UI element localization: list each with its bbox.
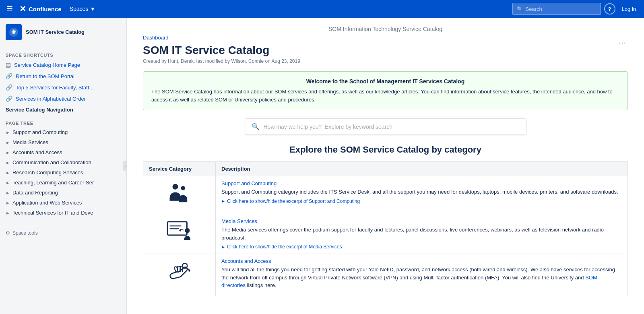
tree-item-support[interactable]: ► Support and Computing [0,127,126,137]
svg-marker-10 [179,229,181,231]
sidebar-resizer[interactable]: « [123,161,127,171]
category-icon-cell-accounts [143,254,216,296]
tree-item-data[interactable]: ► Data and Reporting [0,188,126,198]
chevron-icon-4: ► [6,160,10,165]
nav-active-label: Service Catalog Navigation [0,104,126,115]
spaces-menu[interactable]: Spaces ▼ [66,4,99,14]
catalog-search-input[interactable] [264,124,520,130]
tree-item-label: Support and Computing [12,129,68,135]
space-title-header: SOM Information Technology Service Catal… [143,26,628,32]
catalog-table: Service Category Description [143,161,628,296]
page-header-row: Dashboard SOM IT Service Catalog Created… [143,35,628,71]
support-link[interactable]: Support and Computing [221,180,622,186]
tree-item-label: Data and Reporting [12,190,58,196]
tree-item-label: Communication and Collaboration [12,159,91,165]
category-desc-cell-media: Media Services The Media services offeri… [216,214,628,254]
more-actions-button[interactable]: … [617,35,628,47]
support-icon [165,180,194,209]
page-meta: Created by Hunt, Derek, last modified by… [143,58,300,64]
tree-item-app[interactable]: ► Application and Web Services [0,198,126,208]
support-show-hide[interactable]: ► Click here to show/hide the excerpt of… [221,198,622,204]
spaces-chevron-icon: ▼ [90,6,95,12]
category-icon-cell-media [143,214,216,254]
search-input[interactable] [526,6,597,12]
tree-item-teaching[interactable]: ► Teaching, Learning and Career Ser [0,178,126,188]
login-label: Log in [622,6,636,12]
help-button[interactable]: ? [604,3,615,14]
sidebar-link-label: Return to the SOM Portal [16,73,74,79]
chevron-right-icon: ► [221,199,225,203]
tree-item-label: Accounts and Access [12,149,62,155]
tree-item-label: Application and Web Services [12,200,82,206]
sidebar: ⚜ SOM IT Service Catalog SPACE SHORTCUTS… [0,18,127,314]
show-hide-label-2: Click here to show/hide the excerpt of M… [227,244,342,250]
confluence-logo[interactable]: ✕ Confluence [19,4,62,14]
support-desc: Support and Computing category includes … [221,188,622,196]
chevron-icon-3: ► [6,150,10,155]
accounts-icon [165,258,194,286]
chevron-icon: ► [6,130,10,135]
explore-title: Explore the SOM Service Catalog by categ… [143,145,628,155]
category-desc-cell-support: Support and Computing Support and Comput… [216,176,628,214]
show-hide-label: Click here to show/hide the excerpt of S… [227,198,360,204]
media-icon [165,218,194,246]
svg-point-2 [172,184,178,190]
catalog-search-icon: 🔍 [252,123,260,130]
sidebar-link-label: Service Catalog Home Page [14,62,80,68]
global-search[interactable]: 🔍 [512,3,601,15]
space-tools[interactable]: ⚙ Space tools [0,226,126,240]
sidebar-item-top5[interactable]: 🔗 Top 5 Services for Faculty, Staff... [0,82,126,93]
tree-item-label: Technical Services for IT and Deve [12,210,93,216]
welcome-box: Welcome to the School of Management IT S… [143,71,628,110]
media-show-hide[interactable]: ► Click here to show/hide the excerpt of… [221,244,622,250]
svg-line-9 [181,229,184,230]
sidebar-item-portal[interactable]: 🔗 Return to the SOM Portal [0,70,126,82]
login-button[interactable]: Log in [619,3,639,14]
help-label: ? [608,6,611,12]
space-icon: ⚜ [6,24,22,40]
tree-item-label: Media Services [12,139,48,145]
tree-item-tech[interactable]: ► Technical Services for IT and Deve [0,208,126,218]
breadcrumb[interactable]: Dashboard [143,35,300,41]
svg-point-8 [185,228,190,233]
nav-right: 🔍 ? Log in [512,3,639,15]
table-row-support: Support and Computing Support and Comput… [143,176,628,214]
link-icon: 🔗 [6,73,12,79]
tree-item-label: Research Computing Services [12,169,83,176]
page-title: SOM IT Service Catalog [143,44,300,57]
svg-point-3 [181,186,185,190]
table-row-media: Media Services The Media services offeri… [143,214,628,254]
col-header-category: Service Category [143,162,216,176]
sidebar-link-label: Services in Alphabetical Order [16,96,86,102]
svg-text:⚜: ⚜ [11,29,17,35]
accounts-desc: You will find all the things you need fo… [221,266,622,289]
page-tree-label: PAGE TREE [0,115,126,127]
doc-icon: ▤ [6,62,11,68]
tree-item-accounts[interactable]: ► Accounts and Access [0,147,126,157]
sidebar-item-home[interactable]: ▤ Service Catalog Home Page [0,59,126,70]
sidebar-item-alpha[interactable]: 🔗 Services in Alphabetical Order [0,93,126,104]
som-directories-link[interactable]: SOM directories [221,275,597,289]
welcome-text: The SOM Service Catalog has information … [151,88,619,103]
media-desc: The Media services offerings cover the p… [221,226,622,242]
app-layout: ⚜ SOM IT Service Catalog SPACE SHORTCUTS… [0,18,644,314]
catalog-search[interactable]: 🔍 [245,118,526,135]
tree-item-label: Teaching, Learning and Career Ser [12,180,94,186]
hamburger-menu[interactable]: ☰ [5,3,14,15]
tools-icon: ⚙ [6,230,10,236]
table-row-accounts: Accounts and Access You will find all th… [143,254,628,296]
link-icon-3: 🔗 [6,95,12,102]
sidebar-link-label: Top 5 Services for Faculty, Staff... [16,85,93,91]
chevron-icon-6: ► [6,180,10,185]
tree-item-comm[interactable]: ► Communication and Collaboration [0,157,126,167]
accounts-link[interactable]: Accounts and Access [221,258,622,264]
chevron-right-icon-2: ► [221,245,225,249]
tools-label: Space tools [12,230,38,236]
tree-item-media[interactable]: ► Media Services [0,137,126,147]
space-header: ⚜ SOM IT Service Catalog [0,18,126,47]
media-link[interactable]: Media Services [221,218,622,224]
tree-item-research[interactable]: ► Research Computing Services [0,167,126,178]
chevron-icon-5: ► [6,170,10,175]
link-icon-2: 🔗 [6,84,12,91]
search-icon: 🔍 [517,6,523,12]
